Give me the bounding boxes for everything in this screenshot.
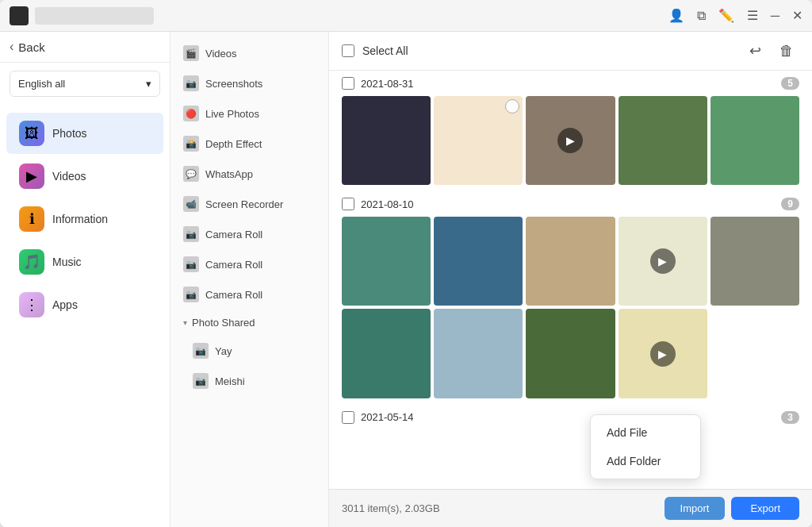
photo-checkbox-g1p2[interactable] <box>505 99 519 113</box>
videos-nav-label: Videos <box>52 170 86 183</box>
middle-item-screenshots[interactable]: 📷 Screenshots <box>170 68 328 98</box>
dropdown-item-add-folder[interactable]: Add Folder <box>591 447 700 475</box>
middle-item-whatsapp[interactable]: 💬 WhatsApp <box>170 159 328 189</box>
depth-effect-middle-icon: 📸 <box>183 136 199 152</box>
toolbar-right: ↩ 🗑 <box>742 38 799 63</box>
undo-button[interactable]: ↩ <box>742 38 768 63</box>
item-count-info: 3011 item(s), 2.03GB <box>342 502 440 514</box>
sidebar-header: ‹ Back <box>0 32 170 63</box>
photo-cell-g2p6[interactable] <box>342 309 431 398</box>
camera-roll-2-middle-icon: 📷 <box>183 256 199 272</box>
meishi-icon: 📷 <box>193 373 209 389</box>
date-count-2: 3 <box>781 411 799 424</box>
date-label-0: 2021-08-31 <box>361 78 414 90</box>
menu-button[interactable]: ☰ <box>747 8 758 23</box>
photo-grid-1: ▶▶ <box>342 217 799 398</box>
yay-label: Yay <box>215 345 232 357</box>
titlebar-search-input[interactable] <box>35 7 154 25</box>
photo-cell-g1p3[interactable]: ▶ <box>526 96 615 185</box>
minimize-button[interactable]: ─ <box>771 9 779 23</box>
back-label: Back <box>18 40 44 54</box>
back-button[interactable]: ‹ Back <box>10 40 160 54</box>
photo-group-2: 2021-05-14 3 <box>342 411 799 424</box>
camera-roll-3-middle-icon: 📷 <box>183 287 199 302</box>
date-checkbox-1[interactable] <box>342 198 354 210</box>
middle-item-camera-roll-2[interactable]: 📷 Camera Roll <box>170 249 328 279</box>
sidebar-item-information[interactable]: ℹ Information <box>6 198 163 240</box>
sidebar-item-music[interactable]: 🎵 Music <box>6 241 163 283</box>
photo-cell-g2p1[interactable] <box>342 217 431 306</box>
photo-cell-g2p8[interactable] <box>526 309 615 398</box>
profile-button[interactable]: 👤 <box>668 8 684 23</box>
middle-panel: 🎬 Videos 📷 Screenshots 🔴 Live Photos 📸 D… <box>170 32 329 527</box>
window-button[interactable]: ⧉ <box>697 9 706 23</box>
depth-effect-middle-label: Depth Effect <box>205 138 262 150</box>
whatsapp-middle-label: WhatsApp <box>205 168 253 180</box>
export-button[interactable]: Export <box>731 497 799 520</box>
music-nav-label: Music <box>52 256 82 268</box>
app-icon <box>10 6 29 25</box>
camera-roll-2-middle-label: Camera Roll <box>205 259 262 271</box>
middle-item-camera-roll-3[interactable]: 📷 Camera Roll <box>170 279 328 310</box>
date-checkbox-2[interactable] <box>342 411 354 424</box>
select-all-checkbox[interactable] <box>342 44 354 57</box>
screenshots-middle-label: Screenshots <box>205 78 262 90</box>
play-button-g2p4[interactable]: ▶ <box>650 248 676 274</box>
date-header-2: 2021-05-14 3 <box>342 411 799 424</box>
whatsapp-middle-icon: 💬 <box>183 166 199 182</box>
date-count-0: 5 <box>781 77 799 90</box>
photo-cell-g1p4[interactable] <box>619 96 707 185</box>
titlebar: 👤 ⧉ ✏️ ☰ ─ ✕ <box>0 0 812 32</box>
photos-nav-icon: 🖼 <box>19 121 44 146</box>
information-nav-icon: ℹ <box>19 206 44 232</box>
sidebar-item-apps[interactable]: ⋮ Apps <box>6 284 163 325</box>
import-button[interactable]: Import <box>665 497 726 520</box>
select-all-label: Select All <box>362 44 408 57</box>
photos-nav-label: Photos <box>52 127 87 140</box>
photo-group-0: 2021-08-31 5 ▶ <box>342 77 799 185</box>
photo-shared-label: Photo Shared <box>192 317 255 329</box>
photo-cell-g2p4[interactable]: ▶ <box>619 217 707 306</box>
middle-item-screen-recorder[interactable]: 📹 Screen Recorder <box>170 189 328 219</box>
photo-cell-g2p5[interactable] <box>710 217 799 306</box>
sidebar-item-videos[interactable]: ▶ Videos <box>6 156 163 197</box>
play-button-g2p9[interactable]: ▶ <box>650 341 676 367</box>
photo-shared-header[interactable]: ▾Photo Shared <box>170 310 328 336</box>
edit-button[interactable]: ✏️ <box>718 8 734 23</box>
photo-cell-g1p1[interactable] <box>342 96 431 185</box>
sidebar-item-photos[interactable]: 🖼 Photos <box>6 113 163 154</box>
date-checkbox-0[interactable] <box>342 77 354 90</box>
videos-nav-icon: ▶ <box>19 163 44 189</box>
photo-grid-0: ▶ <box>342 96 799 185</box>
photo-cell-g1p5[interactable] <box>710 96 799 185</box>
middle-item-camera-roll-1[interactable]: 📷 Camera Roll <box>170 219 328 249</box>
delete-button[interactable]: 🗑 <box>774 38 799 63</box>
videos-middle-icon: 🎬 <box>183 45 199 61</box>
middle-item-depth-effect[interactable]: 📸 Depth Effect <box>170 129 328 159</box>
app-window: 👤 ⧉ ✏️ ☰ ─ ✕ ‹ Back English all ▾ 🖼 <box>0 0 812 527</box>
date-header-0: 2021-08-31 5 <box>342 77 799 90</box>
toolbar-left: Select All <box>342 44 408 57</box>
photo-cell-g2p2[interactable] <box>434 217 523 306</box>
camera-roll-1-middle-icon: 📷 <box>183 226 199 242</box>
device-select-dropdown[interactable]: English all ▾ <box>10 71 160 97</box>
photo-cell-g2p3[interactable] <box>526 217 615 306</box>
middle-item-meishi[interactable]: 📷 Meishi <box>170 366 328 396</box>
middle-item-videos[interactable]: 🎬 Videos <box>170 38 328 68</box>
middle-item-live-photos[interactable]: 🔴 Live Photos <box>170 98 328 129</box>
screen-recorder-middle-icon: 📹 <box>183 196 199 212</box>
date-label-2: 2021-05-14 <box>361 411 414 423</box>
play-button-g1p3[interactable]: ▶ <box>557 128 583 153</box>
screen-recorder-middle-label: Screen Recorder <box>205 198 283 210</box>
device-select-label: English all <box>18 78 65 90</box>
photo-cell-g2p9[interactable]: ▶ <box>619 309 707 398</box>
music-nav-icon: 🎵 <box>19 249 44 275</box>
dropdown-item-add-file[interactable]: Add File <box>591 418 700 447</box>
photo-cell-g2p7[interactable] <box>434 309 523 398</box>
photo-cell-g1p2[interactable] <box>434 96 523 185</box>
close-button[interactable]: ✕ <box>792 8 802 23</box>
middle-item-yay[interactable]: 📷 Yay <box>170 336 328 366</box>
photo-group-1: 2021-08-10 9 ▶▶ <box>342 198 799 398</box>
meishi-label: Meishi <box>215 375 245 387</box>
photo-content-scroll: 2021-08-31 5 ▶ 2021-08-10 9 ▶▶ 2021-05-1… <box>329 71 812 489</box>
